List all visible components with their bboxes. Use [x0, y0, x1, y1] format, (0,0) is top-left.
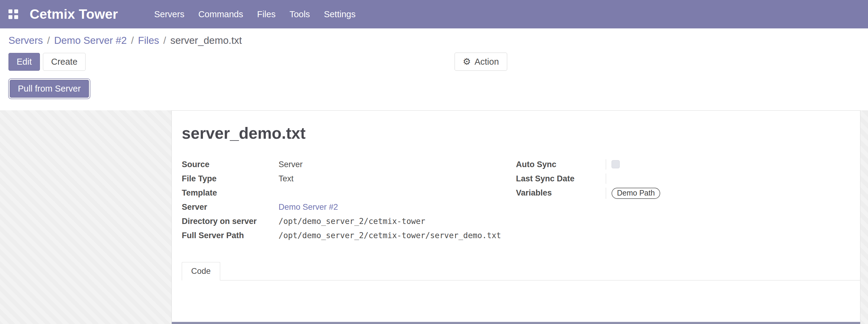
breadcrumb-current-record: server_demo.txt — [170, 34, 242, 47]
apps-grid-icon[interactable] — [8, 9, 18, 19]
apps-grid-square — [14, 15, 18, 19]
field-label-full-server-path: Full Server Path — [182, 230, 279, 240]
record-title: server_demo.txt — [182, 124, 850, 142]
gear-icon: ⚙ — [463, 57, 471, 66]
nav-menu-servers[interactable]: Servers — [154, 7, 185, 21]
field-groups: Source Server File Type Text Template Se… — [182, 159, 850, 240]
field-label-template: Template — [182, 188, 279, 198]
field-value-auto-sync — [606, 159, 850, 169]
field-label-source: Source — [182, 159, 279, 169]
brand-title[interactable]: Cetmix Tower — [30, 6, 118, 22]
form-view-background: server_demo.txt Source Server File Type … — [0, 110, 868, 324]
form-header-buttons: Pull from Server — [8, 78, 860, 99]
field-label-auto-sync: Auto Sync — [516, 159, 606, 169]
create-button[interactable]: Create — [43, 53, 86, 71]
field-value-source: Server — [279, 159, 516, 169]
nav-menu-settings[interactable]: Settings — [323, 7, 356, 21]
field-label-variables: Variables — [516, 188, 606, 199]
edit-button[interactable]: Edit — [8, 53, 40, 71]
nav-menu-tools[interactable]: Tools — [289, 7, 311, 21]
breadcrumb-servers[interactable]: Servers — [8, 34, 43, 47]
field-group-left: Source Server File Type Text Template Se… — [182, 159, 516, 240]
breadcrumb: Servers / Demo Server #2 / Files / serve… — [8, 34, 860, 47]
control-panel: Servers / Demo Server #2 / Files / serve… — [0, 28, 868, 103]
field-value-last-sync-date — [606, 173, 850, 184]
field-label-server: Server — [182, 202, 279, 212]
breadcrumb-files[interactable]: Files — [138, 34, 159, 47]
tab-code[interactable]: Code — [182, 262, 220, 281]
variable-tag-demo-path[interactable]: Demo Path — [612, 188, 660, 199]
field-value-directory-on-server: /opt/demo_server_2/cetmix-tower — [279, 216, 516, 226]
auto-sync-checkbox[interactable] — [612, 160, 620, 168]
breadcrumb-separator: / — [47, 34, 50, 47]
field-value-server-link[interactable]: Demo Server #2 — [279, 202, 516, 212]
field-label-last-sync-date: Last Sync Date — [516, 173, 606, 184]
field-value-full-server-path: /opt/demo_server_2/cetmix-tower/server_d… — [279, 230, 516, 240]
main-menu: Servers Commands Files Tools Settings — [154, 7, 356, 21]
nav-menu-files[interactable]: Files — [256, 7, 276, 21]
apps-grid-square — [8, 15, 12, 19]
field-label-file-type: File Type — [182, 173, 279, 184]
code-editor-strip — [172, 322, 860, 324]
notebook-tabs: Code — [182, 262, 860, 281]
top-navbar: Cetmix Tower Servers Commands Files Tool… — [0, 0, 868, 28]
breadcrumb-separator: / — [131, 34, 134, 47]
breadcrumb-demo-server-2[interactable]: Demo Server #2 — [54, 34, 127, 47]
field-value-file-type: Text — [279, 173, 516, 184]
field-label-directory-on-server: Directory on server — [182, 216, 279, 226]
field-value-variables: Demo Path — [606, 188, 850, 199]
breadcrumb-separator: / — [163, 34, 166, 47]
pull-from-server-button[interactable]: Pull from Server — [10, 80, 89, 98]
action-menu-button[interactable]: ⚙ Action — [455, 53, 507, 71]
apps-grid-square — [14, 9, 18, 13]
control-panel-buttons: Edit Create ⚙ Action — [8, 53, 860, 71]
action-menu-label: Action — [474, 58, 499, 66]
field-group-right: Auto Sync Last Sync Date Variables Demo … — [516, 159, 850, 240]
nav-menu-commands[interactable]: Commands — [198, 7, 244, 21]
apps-grid-square — [8, 9, 12, 13]
field-value-template — [279, 188, 516, 198]
form-sheet: server_demo.txt Source Server File Type … — [172, 110, 861, 324]
